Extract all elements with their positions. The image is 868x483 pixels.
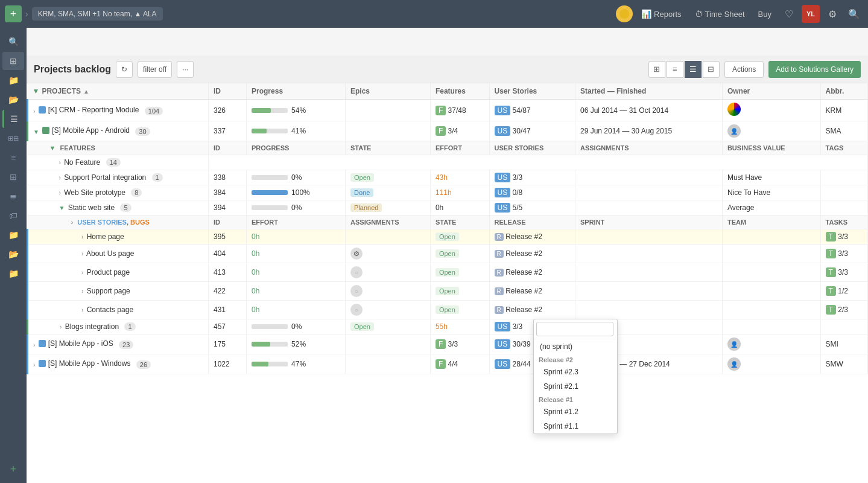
gallery-button[interactable]: Add to Solutions Gallery xyxy=(768,61,861,78)
dropdown-item-nosprint[interactable]: (no sprint) xyxy=(534,339,617,354)
view-list[interactable]: ☰ xyxy=(685,61,702,78)
feature-row-website: › Web Site prototype 8 384 100% Done 111… xyxy=(28,185,868,200)
feat-support-name[interactable]: › Support Portal integration 1 xyxy=(28,170,209,185)
us-about-sprint xyxy=(575,245,722,263)
col-us[interactable]: User Stories xyxy=(489,83,575,100)
sidebar-item-folder2[interactable]: 📂 xyxy=(2,91,24,109)
project-crm-progress: 54% xyxy=(247,100,346,121)
nav-forward[interactable]: › xyxy=(25,9,28,19)
sidebar-item-folder3[interactable]: 📁 xyxy=(2,226,24,244)
dropdown-item-sprint21[interactable]: Sprint #2.1 xyxy=(534,379,617,394)
us-row-supportpage: › Support page 422 0h ○ Open R Release #… xyxy=(28,282,868,301)
feat-nofeat-empty xyxy=(209,155,868,170)
sidebar-item-grid2[interactable]: ⊞⊞ xyxy=(2,129,24,147)
feat-static-id: 394 xyxy=(209,200,247,216)
sidebar-item-search[interactable]: 🔍 xyxy=(2,33,24,51)
us-contacts-name[interactable]: › Contacts page xyxy=(28,301,209,319)
us-homepage-id: 395 xyxy=(209,229,247,245)
feat-website-assignments xyxy=(575,185,722,200)
project-smw-name[interactable]: › [S] Mobile App - Windows 26 xyxy=(28,354,209,374)
col-started-finished[interactable]: Started — Finished xyxy=(575,83,722,100)
filter-button[interactable]: filter off xyxy=(138,61,172,78)
heart-icon[interactable]: ♡ xyxy=(780,5,798,23)
feat-website-bizval: Nice To Have xyxy=(722,185,820,200)
us-supportpage-name[interactable]: › Support page xyxy=(28,282,209,301)
us-contacts-sprint xyxy=(575,301,722,319)
us-header-row: › USER STORIES, BUGS ID Effort Assignmen… xyxy=(28,216,868,229)
col-owner[interactable]: Owner xyxy=(722,83,820,100)
sidebar-item-lines[interactable]: ≡ xyxy=(2,149,24,167)
project-sma-abbr: SMA xyxy=(820,121,867,141)
view-cards[interactable]: ⊞ xyxy=(648,61,665,78)
view-table[interactable]: ≡ xyxy=(667,61,683,78)
us-homepage-sprint[interactable] xyxy=(575,229,722,245)
us-product-tasks: T 3/3 xyxy=(820,263,867,282)
us-contacts-tasks: T 2/3 xyxy=(820,301,867,319)
us-homepage-release: R Release #2 xyxy=(489,229,575,245)
actions-button[interactable]: Actions xyxy=(724,61,764,78)
project-sma-epics xyxy=(346,121,431,141)
col-abbr[interactable]: Abbr. xyxy=(820,83,867,100)
features-col-effort: Effort xyxy=(430,141,489,155)
feat-website-name[interactable]: › Web Site prototype 8 xyxy=(28,185,209,200)
settings-icon[interactable]: ⚙ xyxy=(823,5,841,23)
col-progress[interactable]: Progress xyxy=(247,83,346,100)
features-col-assignments: Assignments xyxy=(575,141,722,155)
col-features[interactable]: Features xyxy=(430,83,489,100)
project-sma-us: US 30/47 xyxy=(489,121,575,141)
us-contacts-assignments: ○ xyxy=(346,301,431,319)
sidebar-item-folder5[interactable]: 📁 xyxy=(2,264,24,283)
view-timeline[interactable]: ⊟ xyxy=(703,61,720,78)
feat-support-state: Open xyxy=(346,170,431,185)
dropdown-item-sprint12[interactable]: Sprint #1.2 xyxy=(534,405,617,419)
project-crm-name[interactable]: › [K] CRM - Reporting Module 104 xyxy=(28,100,209,121)
project-smw-epics xyxy=(346,354,431,374)
breadcrumb[interactable]: KRM, SMA, SMI +1 No team, ▲ ALA xyxy=(32,7,163,21)
feat-static-us: US 5/5 xyxy=(489,200,575,216)
project-crm-abbr: KRM xyxy=(820,100,867,121)
refresh-button[interactable]: ↻ xyxy=(116,61,133,78)
search-icon[interactable]: 🔍 xyxy=(845,5,863,23)
dropdown-item-sprint23[interactable]: Sprint #2.3 xyxy=(534,365,617,379)
feat-nofeat-name[interactable]: › No Feature 14 xyxy=(28,155,209,170)
sidebar-item-menu[interactable]: ≣ xyxy=(2,187,24,205)
sidebar-item-add-bottom[interactable]: + xyxy=(2,460,24,478)
sprint-dropdown[interactable]: (no sprint) Release #2 Sprint #2.3 Sprin… xyxy=(533,319,618,434)
col-epics[interactable]: Epics xyxy=(346,83,431,100)
project-smw-owner: 👤 xyxy=(722,354,820,374)
sidebar-item-folder1[interactable]: 📁 xyxy=(2,71,24,89)
us-homepage-name[interactable]: › Home page xyxy=(28,229,209,245)
sprint-search-input[interactable] xyxy=(536,322,613,336)
sidebar-item-tag[interactable]: 🏷 xyxy=(2,206,24,225)
feature-row-nofeat: › No Feature 14 xyxy=(28,155,868,170)
col-id[interactable]: ID xyxy=(209,83,247,100)
col-projects[interactable]: ▼ PROJECTS ▲ xyxy=(28,83,209,100)
us-row-about: › About Us page 404 0h ⚙ Open R Release … xyxy=(28,245,868,263)
us-product-release: R Release #2 xyxy=(489,263,575,282)
project-smi-owner: 👤 xyxy=(722,334,820,354)
project-smi-name[interactable]: › [S] Mobile App - iOS 23 xyxy=(28,334,209,354)
dropdown-search-area xyxy=(534,319,617,339)
feat-blogs-name[interactable]: › Blogs integration 1 xyxy=(28,319,209,334)
us-product-sprint xyxy=(575,263,722,282)
user-avatar[interactable]: YL xyxy=(802,5,820,23)
sidebar-item-list[interactable]: ☰ xyxy=(2,110,24,128)
reports-nav[interactable]: 📊 Reports xyxy=(636,7,686,21)
us-about-name[interactable]: › About Us page xyxy=(28,245,209,263)
dropdown-item-sprint11[interactable]: Sprint #1.1 xyxy=(534,419,617,433)
feat-static-name[interactable]: ▼ Static web site 5 xyxy=(28,200,209,216)
us-about-state: Open xyxy=(430,245,489,263)
us-contacts-id: 431 xyxy=(209,301,247,319)
sidebar-item-folder4[interactable]: 📂 xyxy=(2,245,24,263)
sidebar-item-grid[interactable]: ⊞ xyxy=(2,52,24,70)
project-sma-name[interactable]: ▼ [S] Mobile App - Android 30 xyxy=(28,121,209,141)
timesheet-nav[interactable]: ⏱ Time Sheet xyxy=(690,7,750,21)
add-button[interactable]: + xyxy=(5,5,22,22)
more-button[interactable]: ··· xyxy=(177,61,194,78)
feat-support-assignments xyxy=(575,170,722,185)
table-container[interactable]: ▼ PROJECTS ▲ ID Progress Epics Features … xyxy=(27,83,868,483)
features-col-id: ID xyxy=(209,141,247,155)
buy-nav[interactable]: Buy xyxy=(753,7,776,21)
us-product-name[interactable]: › Product page xyxy=(28,263,209,282)
sidebar-item-add[interactable]: ⊞ xyxy=(2,168,24,186)
